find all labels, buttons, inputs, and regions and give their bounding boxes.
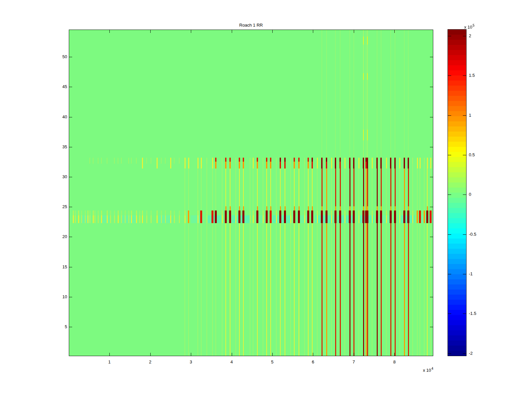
x-tick-label: 6 xyxy=(308,359,318,365)
x-tick-label: 8 xyxy=(389,359,399,365)
chart-title: Roach 1 RR xyxy=(69,23,433,28)
y-tick-label: 10 xyxy=(50,294,67,300)
colorbar-tick-label: -1 xyxy=(469,271,489,277)
x-exponent-base: x 10 xyxy=(423,368,431,373)
x-tick-label: 5 xyxy=(267,359,277,365)
y-tick-label: 40 xyxy=(50,114,67,120)
colorbar-tick-label: -2 xyxy=(469,351,489,356)
y-tick-label: 50 xyxy=(50,54,67,60)
cb-exponent-base: x 10 xyxy=(464,25,472,30)
y-tick-label: 15 xyxy=(50,264,67,270)
plot-area xyxy=(69,30,433,356)
x-exponent-power: 4 xyxy=(432,367,434,370)
matlab-figure: Roach 1 RR x 104 x 105 12345678510152025… xyxy=(0,0,532,399)
colorbar-tick-label: 1.5 xyxy=(469,73,489,78)
colorbar xyxy=(448,29,466,356)
x-tick-label: 3 xyxy=(186,359,196,365)
y-tick-label: 30 xyxy=(50,174,67,180)
colorbar-tick-label: 2 xyxy=(469,33,489,39)
x-tick-label: 4 xyxy=(227,359,237,365)
colorbar-tick-label: -0.5 xyxy=(469,232,489,237)
x-tick-label: 7 xyxy=(349,359,359,365)
colorbar-tick-label: 0.5 xyxy=(469,152,489,158)
x-axis-exponent: x 104 xyxy=(423,366,433,373)
cb-exponent-power: 5 xyxy=(473,24,475,27)
y-tick-label: 5 xyxy=(50,324,67,330)
colorbar-exponent: x 105 xyxy=(464,23,474,30)
y-tick-label: 35 xyxy=(50,144,67,150)
colorbar-tick-label: -1.5 xyxy=(469,311,489,316)
y-tick-label: 20 xyxy=(50,234,67,239)
x-tick-label: 1 xyxy=(104,359,114,365)
x-tick-label: 2 xyxy=(145,359,155,365)
colorbar-canvas xyxy=(448,30,466,356)
y-tick-label: 25 xyxy=(50,204,67,209)
heatmap-canvas xyxy=(69,30,433,356)
colorbar-tick-label: 0 xyxy=(469,192,489,197)
colorbar-tick-label: 1 xyxy=(469,113,489,118)
y-tick-label: 45 xyxy=(50,84,67,89)
